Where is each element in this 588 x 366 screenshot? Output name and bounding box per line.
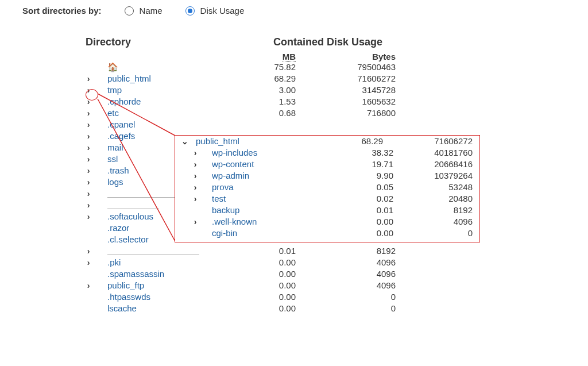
callout-row: ⌄public_html68.2971606272 [175, 136, 479, 147]
home-icon[interactable]: 🏠 [107, 61, 118, 73]
bytes-value: 4096 [296, 280, 396, 291]
mb-value [260, 119, 296, 130]
mb-value: 0.00 [260, 257, 296, 268]
sort-label: Sort directories by: [22, 6, 102, 16]
table-row: ›public_ftp0.004096 [86, 280, 396, 291]
mb-value: 0.00 [353, 228, 393, 239]
directory-link[interactable]: wp-content [212, 159, 254, 170]
directory-link[interactable]: tmp [107, 84, 122, 96]
chevron-right-icon[interactable]: › [86, 176, 91, 188]
directory-link[interactable]: etc [107, 107, 119, 119]
bytes-value: 3145728 [296, 84, 396, 96]
directory-link[interactable]: .cphorde [107, 96, 141, 107]
sort-option-name[interactable]: Name [125, 6, 163, 16]
chevron-right-icon[interactable]: › [86, 188, 91, 199]
bytes-value: 40181760 [393, 147, 473, 159]
sort-option-usage[interactable]: Disk Usage [185, 6, 245, 16]
radio-icon-checked [185, 6, 195, 16]
chevron-right-icon[interactable]: › [86, 199, 91, 211]
chevron-right-icon[interactable]: › [86, 107, 91, 119]
bytes-value: 716800 [296, 107, 396, 119]
directory-link[interactable]: .cpanel [107, 119, 135, 130]
chevron-right-icon[interactable]: › [86, 245, 91, 257]
directory-link[interactable]: mail [107, 142, 123, 153]
bytes-value: 8192 [296, 245, 396, 257]
chevron-right-icon[interactable]: › [86, 257, 91, 268]
callout-row: ›test0.0220480 [175, 193, 479, 205]
chevron-right-icon[interactable]: › [192, 193, 198, 205]
chevron-right-icon[interactable]: › [192, 216, 198, 228]
chevron-right-icon[interactable]: › [192, 170, 198, 182]
mb-value: 38.32 [353, 147, 393, 159]
bytes-value: 8192 [393, 205, 473, 216]
mb-value: 0.02 [353, 193, 393, 205]
mb-value: 0.00 [260, 280, 296, 291]
directory-link[interactable]: .softaculous [107, 211, 153, 222]
directory-link[interactable]: backup [212, 205, 239, 216]
mb-value: 0.00 [353, 216, 393, 228]
directory-link[interactable]: ssl [107, 153, 118, 165]
sort-option-usage-label: Disk Usage [200, 6, 245, 16]
mb-value: 0.00 [260, 268, 296, 280]
mb-value: 68.29 [343, 136, 383, 147]
directory-link[interactable]: public_html [196, 136, 239, 147]
column-header-directory: Directory [86, 36, 260, 52]
chevron-right-icon[interactable]: › [192, 182, 198, 193]
directory-link[interactable]: .well-known [212, 216, 257, 228]
directory-link[interactable]: .pki [107, 257, 121, 268]
directory-link[interactable]: .razor [107, 222, 129, 234]
directory-link[interactable]: prova [212, 182, 234, 193]
directory-link[interactable]: wp-admin [212, 170, 249, 182]
table-row: ›tmp3.003145728 [86, 84, 396, 96]
table-row: ›etc0.68716800 [86, 107, 396, 119]
chevron-down-icon[interactable]: ⌄ [182, 136, 188, 147]
callout-row: ›prova0.0553248 [175, 182, 479, 193]
mb-value: 3.00 [260, 84, 296, 96]
chevron-right-icon[interactable]: › [86, 73, 91, 84]
bytes-value: 0 [296, 291, 396, 303]
callout-row: ›.well-known0.004096 [175, 216, 479, 228]
bytes-value: 71606272 [296, 73, 396, 84]
chevron-right-icon[interactable]: › [86, 119, 91, 130]
directory-link[interactable]: lscache [107, 303, 137, 314]
callout-row: ›wp-content19.7120668416 [175, 159, 479, 170]
chevron-right-icon[interactable]: › [86, 165, 91, 176]
mb-value: 1.53 [260, 96, 296, 107]
directory-link[interactable]: .trash [107, 165, 129, 176]
table-row: ›.htpasswds0.000 [86, 291, 396, 303]
directory-link[interactable]: .cagefs [107, 130, 135, 142]
radio-icon [125, 6, 134, 16]
mb-value: 0.05 [353, 182, 393, 193]
chevron-right-icon[interactable]: › [86, 130, 91, 142]
sort-bar: Sort directories by: Name Disk Usage [8, 6, 582, 19]
chevron-right-icon[interactable]: › [86, 280, 91, 291]
column-header-mb: MB [283, 52, 296, 62]
directory-link[interactable]: logs [107, 176, 123, 188]
chevron-right-icon[interactable]: › [86, 142, 91, 153]
bytes-value: 4096 [296, 257, 396, 268]
chevron-right-icon[interactable]: › [86, 153, 91, 165]
directory-link[interactable]: .cl.selector [107, 234, 149, 245]
directory-link[interactable]: wp-includes [212, 147, 257, 159]
directory-link[interactable]: test [212, 193, 226, 205]
bytes-value: 20480 [393, 193, 473, 205]
chevron-right-icon[interactable]: › [86, 211, 91, 222]
bytes-value: 53248 [393, 182, 473, 193]
bytes-value: 4096 [393, 216, 473, 228]
redacted-directory-name [107, 205, 159, 209]
chevron-right-icon[interactable]: › [192, 159, 198, 170]
bytes-value: 0 [296, 303, 396, 314]
table-row: ›.spamassassin0.004096 [86, 268, 396, 280]
table-row: ›🏠75.8279500463 [86, 61, 396, 73]
redacted-directory-name [107, 251, 199, 255]
directory-link[interactable]: .htpasswds [107, 291, 150, 303]
directory-link[interactable]: public_html [107, 73, 151, 84]
directory-link[interactable]: public_ftp [107, 280, 144, 291]
mb-value: 0.00 [260, 291, 296, 303]
mb-value: 68.29 [260, 73, 296, 84]
directory-link[interactable]: cgi-bin [212, 228, 237, 239]
directory-link[interactable]: .spamassassin [107, 268, 164, 280]
chevron-right-icon[interactable]: › [192, 147, 198, 159]
annotation-callout: ⌄public_html68.2971606272›wp-includes38.… [175, 135, 480, 242]
mb-value: 75.82 [260, 61, 296, 73]
